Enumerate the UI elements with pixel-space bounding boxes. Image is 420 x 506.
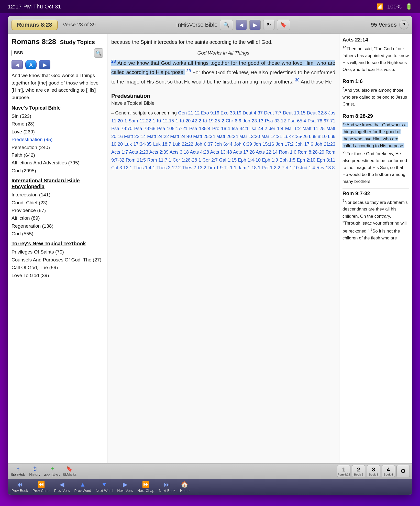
lbl-book4: Book 4 — [384, 473, 393, 476]
left-forward-btn[interactable]: ▶ — [39, 60, 50, 69]
next-vers-btn[interactable]: ▶ Next Vers — [117, 481, 133, 493]
prev-word-btn[interactable]: ▲ Prev Word — [74, 481, 91, 493]
num-4: 4 — [387, 466, 390, 473]
topic-rome[interactable]: Rome (28) — [12, 120, 103, 128]
bookmark-icon[interactable]: 🔖 — [277, 20, 290, 30]
isbe-section: International Standard Bible Encyclopedi… — [12, 178, 103, 238]
topic-privileges[interactable]: Privileges Of Saints (70) — [12, 248, 103, 256]
torreys-section: Torrey's New Topical Textbook Privileges… — [12, 241, 103, 279]
num-btn-3[interactable]: 3 Book 3 — [367, 465, 380, 477]
app-window: Romans 8:28 Verse 28 of 39 InHisVerse Bi… — [8, 16, 412, 495]
next-book-btn[interactable]: ⏭ Next Book — [159, 481, 175, 493]
topic-call[interactable]: Call Of God, The (59) — [12, 264, 103, 271]
num-btn-1[interactable]: 1 Rom 6:23 — [337, 465, 350, 477]
next-chap-label: Next Chap — [137, 489, 154, 493]
settings-btn[interactable]: ⚙ — [396, 465, 410, 477]
cross-ref-title-rom16[interactable]: Rom 1:6 — [342, 78, 409, 84]
topic-afflictions[interactable]: Afflictions And Adversities (795) — [12, 159, 103, 167]
search-button[interactable]: 🔍 — [220, 20, 233, 30]
prev-vers-icon: ◀ — [60, 481, 64, 488]
cross-ref-title-rom932[interactable]: Rom 9:7-32 — [342, 191, 409, 196]
bottom-toolbar: ✝ BibleHub ⏱ History + Add BkMx 🔖 BkMark… — [8, 463, 412, 479]
next-vers-icon: ▶ — [123, 481, 127, 488]
cross-ref-rom-8-28: Rom 8:28-29 28And we know that God works… — [342, 113, 409, 185]
center-panel: because the Spirit intercedes for the sa… — [107, 34, 339, 463]
cross-ref-text-acts22: 14Then he said, 'The God of our fathers … — [342, 44, 409, 73]
topic-faith[interactable]: Faith (642) — [12, 151, 103, 159]
bkmarks-icon: 🔖 — [66, 466, 73, 472]
next-word-btn[interactable]: ▼ Next Word — [96, 481, 113, 493]
topic-god-naves[interactable]: God (2995) — [12, 167, 103, 175]
left-app-store-btn[interactable]: A — [25, 60, 37, 69]
right-divider3 — [342, 188, 409, 188]
left-back-btn[interactable]: ◀ — [12, 60, 23, 69]
naves-section: Nave's Topical Bible Sin (523) Rome (28)… — [12, 105, 103, 175]
biblehub-label: BibleHub — [11, 472, 25, 477]
verse-text: And we know that God works all things to… — [12, 72, 103, 101]
status-right: 📶 100% 🔋 — [377, 3, 412, 10]
prev-vers-label: Prev Vers — [54, 489, 70, 493]
prev-chap-btn[interactable]: ⏪ Prev Chap — [33, 481, 50, 493]
num-2: 2 — [357, 466, 360, 473]
num-btn-2[interactable]: 2 Book 2 — [352, 465, 365, 477]
left-panel-toolbar: BSB 🔍 — [12, 48, 103, 58]
topic-love-to-god[interactable]: Love To God (39) — [12, 272, 103, 279]
topic-god-isbe[interactable]: God (555) — [12, 230, 103, 238]
app-title-label: InHisVerse Bible — [176, 22, 217, 28]
topic-sin[interactable]: Sin (523) — [12, 112, 103, 120]
right-divider1 — [342, 76, 409, 76]
topic-providence[interactable]: Providence (87) — [12, 207, 103, 214]
bible-intro-text: because the Spirit intercedes for the sa… — [111, 38, 335, 46]
prev-vers-btn[interactable]: ◀ Prev Vers — [54, 481, 70, 493]
topic-intercession[interactable]: Intercession (141) — [12, 191, 103, 199]
cross-ref-title-acts22[interactable]: Acts 22:14 — [342, 37, 409, 43]
add-bkmx-label: Add BkMx — [44, 473, 60, 477]
main-bible-verse: 28 And we know that God works all things… — [111, 58, 335, 86]
help-button[interactable]: ? — [399, 20, 408, 29]
nav-bar: ⏮ Prev Book ⏪ Prev Chap ◀ Prev Vers ▲ Pr… — [8, 479, 412, 495]
prev-book-btn[interactable]: ⏮ Prev Book — [12, 481, 28, 493]
topic-love[interactable]: Love (269) — [12, 128, 103, 136]
home-label: Home — [180, 489, 190, 493]
cross-ref-title-rom828[interactable]: Rom 8:28-29 — [342, 113, 409, 119]
next-chap-btn[interactable]: ⏩ Next Chap — [137, 481, 154, 493]
topic-affliction[interactable]: Affliction (89) — [12, 214, 103, 222]
topic-persecution[interactable]: Persecution (240) — [12, 144, 103, 151]
right-divider2 — [342, 111, 409, 111]
prev-chap-label: Prev Chap — [33, 489, 50, 493]
time-display: 12:17 PM Thu Oct 31 — [8, 3, 61, 10]
num-3: 3 — [372, 466, 375, 473]
lbl-book2: Book 2 — [354, 473, 363, 476]
verse-ref-box[interactable]: Romans 8:28 — [12, 20, 58, 30]
main-content: Romans 8:28 Study Topics BSB 🔍 ◀ A ▶ And… — [8, 34, 412, 463]
refs-block: – General scriptures concerning Gen 21:1… — [111, 109, 335, 172]
bkmarks-btn[interactable]: 🔖 BkMarks — [62, 466, 77, 477]
toolbar: Romans 8:28 Verse 28 of 39 InHisVerse Bi… — [8, 16, 412, 34]
next-chap-icon: ⏩ — [142, 481, 150, 488]
num-btn-4[interactable]: 4 Book 4 — [382, 465, 395, 477]
topic-good-chief[interactable]: Good, Chief (23) — [12, 199, 103, 207]
bkmarks-label: BkMarks — [63, 472, 76, 477]
back-button[interactable]: ◀ — [236, 20, 247, 30]
refresh-button[interactable]: ↻ — [263, 20, 274, 30]
bsb-badge[interactable]: BSB — [12, 50, 25, 56]
history-btn[interactable]: ⏱ History — [27, 466, 42, 477]
biblehub-btn[interactable]: ✝ BibleHub — [10, 466, 26, 477]
topic-predestination[interactable]: Predestination (95) — [12, 136, 103, 143]
forward-button[interactable]: ▶ — [249, 20, 261, 30]
home-icon: 🏠 — [181, 481, 189, 488]
next-book-icon: ⏭ — [164, 481, 170, 488]
nave-subtitle: Nave's Topical Bible — [111, 100, 335, 106]
add-bkmx-btn[interactable]: + Add BkMx — [44, 465, 60, 477]
topic-regeneration[interactable]: Regeneration (138) — [12, 222, 103, 230]
next-book-label: Next Book — [159, 489, 175, 493]
center-divider — [111, 90, 335, 90]
home-btn[interactable]: 🏠 Home — [180, 481, 190, 493]
topic-counsels[interactable]: Counsels And Purposes Of God, The (27) — [12, 256, 103, 264]
left-search-btn[interactable]: 🔍 — [94, 48, 103, 58]
lbl-book3: Book 3 — [369, 473, 378, 476]
cross-ref-text-rom932: 7Nor because they are Abraham's descenda… — [342, 198, 409, 241]
biblehub-icon: ✝ — [16, 466, 20, 472]
prev-chap-icon: ⏪ — [37, 481, 45, 488]
prev-word-label: Prev Word — [74, 489, 91, 493]
